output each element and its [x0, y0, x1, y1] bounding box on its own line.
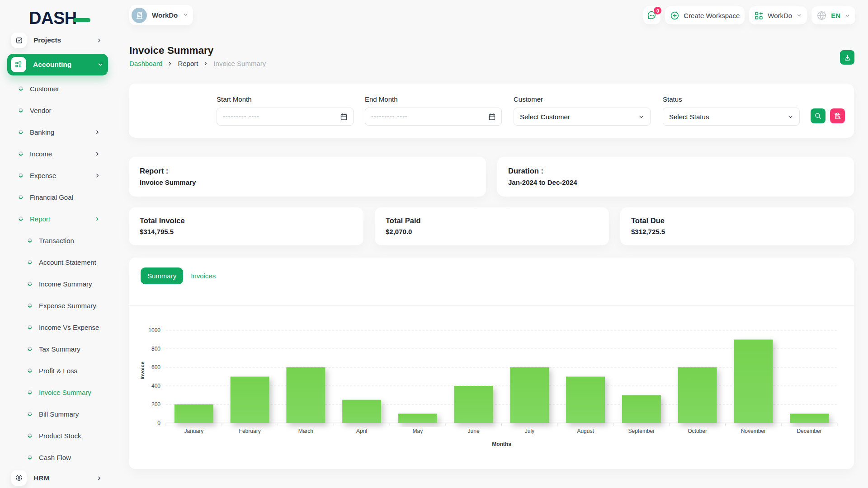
- sidebar-item-transaction[interactable]: Transaction: [0, 230, 118, 251]
- total-paid-value: $2,070.0: [386, 228, 598, 235]
- svg-text:Invoice: Invoice: [140, 361, 145, 380]
- sidebar-item-income-summary[interactable]: Income Summary: [0, 273, 118, 295]
- sidebar-item-label: Income Summary: [39, 280, 92, 288]
- reset-filter-button[interactable]: [830, 108, 845, 123]
- svg-text:0: 0: [157, 420, 160, 426]
- svg-text:March: March: [298, 428, 313, 434]
- calendar-icon[interactable]: [340, 113, 348, 121]
- sidebar-item-label: Invoice Summary: [39, 389, 91, 396]
- sidebar-item-profit-loss[interactable]: Profit & Loss: [0, 360, 118, 381]
- ring-icon: [28, 412, 32, 416]
- ring-icon: [19, 86, 23, 91]
- sidebar-item-report[interactable]: Report: [0, 208, 118, 230]
- sidebar-item-income[interactable]: Income: [0, 143, 118, 164]
- total-invoice-label: Total Invoice: [140, 216, 353, 225]
- total-paid-label: Total Paid: [386, 216, 598, 225]
- chart-tabs: Summary Invoices: [141, 267, 216, 284]
- chevron-right-icon: [94, 173, 100, 178]
- filter-status: Status Select Status: [663, 95, 800, 126]
- brand-logo-text: DASH: [29, 9, 77, 27]
- grid-plus-icon: [754, 11, 764, 20]
- total-paid-card: Total Paid $2,070.0: [375, 207, 609, 245]
- sidebar-item-invoice-summary[interactable]: Invoice Summary: [0, 381, 118, 403]
- sidebar-item-banking[interactable]: Banking: [0, 121, 118, 143]
- sidebar: DASH ProjectsAccountingCustomerVendorBan…: [0, 0, 118, 488]
- sidebar-item-label: Banking: [30, 128, 54, 136]
- svg-text:December: December: [797, 428, 821, 434]
- ring-icon: [28, 390, 32, 394]
- sidebar-item-expense-summary[interactable]: Expense Summary: [0, 295, 118, 316]
- breadcrumb: Dashboard Report Invoice Summary: [129, 60, 266, 67]
- chevron-down-icon: [97, 61, 104, 68]
- status-select[interactable]: Select Status: [663, 108, 800, 126]
- breadcrumb-current: Invoice Summary: [213, 60, 266, 67]
- create-workspace-button[interactable]: Create Workspace: [665, 6, 745, 24]
- filter-panel: Start Month --------- ---- End Month ---…: [129, 84, 854, 138]
- brand-logo[interactable]: DASH: [29, 9, 90, 27]
- customer-select[interactable]: Select Customer: [514, 108, 651, 126]
- svg-text:May: May: [413, 428, 423, 434]
- sidebar-item-label: Expense Summary: [39, 302, 96, 310]
- tab-summary[interactable]: Summary: [141, 267, 183, 284]
- ring-icon: [19, 108, 23, 113]
- sidebar-item-expense[interactable]: Expense: [0, 164, 118, 186]
- ring-icon: [28, 303, 32, 308]
- total-due-value: $312,725.5: [631, 228, 843, 235]
- workspace-avatar: [132, 8, 147, 23]
- language-button[interactable]: EN: [811, 6, 855, 24]
- sidebar-item-label: Projects: [33, 36, 61, 44]
- tab-invoices[interactable]: Invoices: [191, 272, 216, 280]
- app-switcher-button[interactable]: WorkDo: [749, 6, 807, 24]
- grid-plus-icon: [11, 57, 26, 72]
- report-card-value: Invoice Summary: [140, 178, 475, 186]
- sidebar-item-tax-summary[interactable]: Tax Summary: [0, 338, 118, 360]
- customer-select-value: Select Customer: [520, 113, 570, 121]
- sidebar-item-label: Tax Summary: [39, 345, 80, 353]
- bar-october: [678, 367, 717, 423]
- filter-customer: Customer Select Customer: [514, 95, 651, 126]
- chevron-down-icon: [844, 13, 850, 19]
- sidebar-item-hrm[interactable]: HRM: [0, 468, 118, 488]
- create-workspace-label: Create Workspace: [684, 12, 740, 19]
- svg-text:400: 400: [151, 383, 160, 389]
- svg-text:November: November: [741, 428, 766, 434]
- ring-icon: [28, 325, 32, 329]
- bar-april: [342, 400, 381, 423]
- download-button[interactable]: [840, 50, 854, 65]
- svg-text:200: 200: [151, 401, 160, 408]
- status-label: Status: [663, 95, 800, 103]
- messages-button[interactable]: 0: [643, 6, 660, 24]
- sidebar-item-bill-summary[interactable]: Bill Summary: [0, 403, 118, 425]
- sidebar-item-customer[interactable]: Customer: [0, 78, 118, 99]
- svg-text:August: August: [577, 428, 594, 434]
- chevron-right-icon: [167, 61, 173, 66]
- bar-july: [510, 367, 549, 423]
- ring-icon: [28, 368, 32, 373]
- end-month-input[interactable]: --------- ----: [365, 108, 502, 126]
- chevron-right-icon: [94, 216, 100, 222]
- chart-card: Summary Invoices 02004006008001000Januar…: [129, 258, 854, 469]
- sidebar-item-label: Customer: [30, 85, 59, 93]
- sidebar-item-financial-goal[interactable]: Financial Goal: [0, 186, 118, 208]
- breadcrumb-dashboard[interactable]: Dashboard: [129, 60, 162, 67]
- sidebar-item-product-stock[interactable]: Product Stock: [0, 425, 118, 446]
- calendar-icon[interactable]: [488, 113, 496, 121]
- hrm-icon: [11, 470, 27, 486]
- sidebar-item-account-statement[interactable]: Account Statement: [0, 251, 118, 273]
- start-month-input[interactable]: --------- ----: [217, 108, 354, 126]
- bar-august: [566, 377, 605, 423]
- chevron-down-icon: [787, 113, 794, 120]
- duration-card-label: Duration :: [508, 167, 843, 175]
- bar-march: [286, 367, 325, 423]
- sidebar-item-vendor[interactable]: Vendor: [0, 99, 118, 121]
- svg-text:600: 600: [151, 364, 160, 371]
- sidebar-item-accounting[interactable]: Accounting: [7, 54, 108, 75]
- globe-icon: [816, 10, 827, 21]
- sidebar-item-projects[interactable]: Projects: [0, 30, 118, 50]
- workspace-switcher[interactable]: WorkDo: [129, 5, 193, 25]
- breadcrumb-report[interactable]: Report: [178, 60, 198, 67]
- sidebar-item-cash-flow[interactable]: Cash Flow: [0, 446, 118, 468]
- start-month-label: Start Month: [217, 95, 354, 103]
- sidebar-item-income-vs-expense[interactable]: Income Vs Expense: [0, 316, 118, 338]
- apply-filter-button[interactable]: [811, 108, 826, 123]
